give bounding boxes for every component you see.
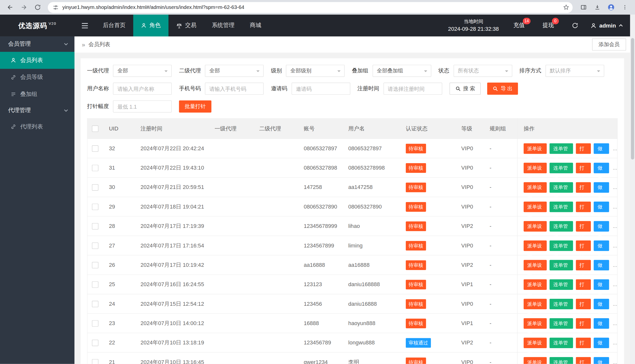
- sidebar-group-agent-mgmt[interactable]: 代理管理: [0, 103, 75, 118]
- action-make-order-button[interactable]: 做单: [594, 182, 609, 192]
- more-actions-button[interactable]: ...: [613, 242, 617, 248]
- more-actions-button[interactable]: ...: [613, 301, 617, 307]
- row-checkbox[interactable]: [92, 223, 99, 229]
- profile-button[interactable]: [605, 2, 617, 13]
- action-make-order-button[interactable]: 做单: [594, 163, 609, 173]
- downloads-button[interactable]: [591, 2, 603, 13]
- row-checkbox[interactable]: [92, 262, 99, 268]
- action-make-order-button[interactable]: 做单: [594, 318, 609, 328]
- action-inject-button[interactable]: 打针: [576, 240, 591, 251]
- more-actions-button[interactable]: ...: [613, 359, 617, 364]
- action-dispatch-settings-button[interactable]: 派单设置: [524, 221, 547, 231]
- forward-button[interactable]: [18, 2, 30, 13]
- action-chain-order-button[interactable]: 连单管理: [550, 143, 573, 154]
- row-checkbox[interactable]: [92, 242, 99, 249]
- nav-item-home[interactable]: 后台首页: [95, 15, 133, 36]
- sidebar-item-member-list[interactable]: 会员列表: [0, 52, 75, 69]
- admin-menu[interactable]: admin: [590, 22, 623, 29]
- more-actions-button[interactable]: ...: [613, 340, 617, 346]
- invite-code-input[interactable]: [291, 82, 350, 95]
- side-panel-button[interactable]: [578, 2, 589, 13]
- action-make-order-button[interactable]: 做单: [594, 298, 609, 309]
- action-dispatch-settings-button[interactable]: 派单设置: [524, 318, 547, 328]
- select-all-checkbox[interactable]: [92, 125, 99, 132]
- action-make-order-button[interactable]: 做单: [594, 260, 609, 270]
- row-checkbox[interactable]: [92, 340, 99, 346]
- action-make-order-button[interactable]: 做单: [594, 279, 609, 290]
- add-member-button[interactable]: 添加会员: [592, 38, 626, 50]
- action-inject-button[interactable]: 打针: [576, 260, 591, 270]
- action-inject-button[interactable]: 打针: [576, 298, 591, 309]
- register-time-input[interactable]: [383, 82, 442, 95]
- action-dispatch-settings-button[interactable]: 派单设置: [524, 163, 547, 173]
- action-dispatch-settings-button[interactable]: 派单设置: [524, 201, 547, 212]
- browser-menu-button[interactable]: [619, 2, 630, 13]
- export-button[interactable]: 导 出: [487, 82, 518, 95]
- nav-item-system[interactable]: 系统管理: [204, 15, 242, 36]
- sidebar-group-member-mgmt[interactable]: 会员管理: [0, 36, 75, 52]
- level-select[interactable]: 全部级别: [286, 65, 345, 77]
- action-make-order-button[interactable]: 做单: [594, 338, 609, 348]
- action-dispatch-settings-button[interactable]: 派单设置: [524, 338, 547, 348]
- search-button[interactable]: 搜 索: [449, 82, 481, 95]
- sidebar-item-member-level[interactable]: 会员等级: [0, 69, 75, 86]
- action-inject-button[interactable]: 打针: [576, 279, 591, 290]
- collapse-menu-button[interactable]: [75, 15, 95, 36]
- page-scrollbar[interactable]: [630, 15, 635, 364]
- action-inject-button[interactable]: 打针: [576, 201, 591, 212]
- url-bar[interactable]: yinyue1.hwym.shop/admin/index.html#/admi…: [48, 2, 573, 13]
- row-checkbox[interactable]: [92, 281, 99, 288]
- agent1-select[interactable]: 全部: [113, 65, 172, 77]
- row-checkbox[interactable]: [92, 184, 99, 190]
- row-checkbox[interactable]: [92, 359, 99, 364]
- more-actions-button[interactable]: ...: [613, 184, 617, 190]
- more-actions-button[interactable]: ...: [613, 282, 617, 288]
- action-make-order-button[interactable]: 做单: [594, 357, 609, 364]
- action-dispatch-settings-button[interactable]: 派单设置: [524, 143, 547, 154]
- back-button[interactable]: [5, 2, 16, 13]
- inject-range-input[interactable]: [113, 100, 172, 112]
- reload-button[interactable]: [32, 2, 44, 13]
- stack-group-select[interactable]: 全部叠加组: [372, 65, 431, 77]
- sort-select[interactable]: 默认排序: [545, 65, 604, 77]
- action-chain-order-button[interactable]: 连单管理: [550, 240, 573, 251]
- row-checkbox[interactable]: [92, 145, 99, 152]
- row-checkbox[interactable]: [92, 165, 99, 171]
- action-inject-button[interactable]: 打针: [576, 338, 591, 348]
- batch-inject-button[interactable]: 批量打针: [179, 100, 212, 112]
- status-select[interactable]: 所有状态: [453, 65, 512, 77]
- action-chain-order-button[interactable]: 连单管理: [550, 298, 573, 309]
- bookmark-star-icon[interactable]: [563, 4, 569, 10]
- more-actions-button[interactable]: ...: [613, 262, 617, 268]
- sidebar-item-stack-group[interactable]: 叠加组: [0, 86, 75, 103]
- action-make-order-button[interactable]: 做单: [594, 221, 609, 231]
- sidebar-item-agent-list[interactable]: 代理列表: [0, 118, 75, 136]
- action-chain-order-button[interactable]: 连单管理: [550, 201, 573, 212]
- nav-item-mall[interactable]: 商城: [242, 15, 269, 36]
- action-dispatch-settings-button[interactable]: 派单设置: [524, 260, 547, 270]
- action-dispatch-settings-button[interactable]: 派单设置: [524, 279, 547, 290]
- phone-input[interactable]: [205, 82, 264, 95]
- nav-item-trade[interactable]: 交易: [168, 15, 204, 36]
- row-checkbox[interactable]: [92, 203, 99, 210]
- scrollbar-thumb[interactable]: [631, 38, 634, 160]
- action-chain-order-button[interactable]: 连单管理: [550, 182, 573, 192]
- action-inject-button[interactable]: 打针: [576, 357, 591, 364]
- refresh-page-button[interactable]: [572, 22, 578, 29]
- action-inject-button[interactable]: 打针: [576, 143, 591, 154]
- action-dispatch-settings-button[interactable]: 派单设置: [524, 298, 547, 309]
- action-inject-button[interactable]: 打针: [576, 221, 591, 231]
- site-info-icon[interactable]: [53, 4, 59, 10]
- action-chain-order-button[interactable]: 连单管理: [550, 260, 573, 270]
- more-actions-button[interactable]: ...: [613, 223, 617, 229]
- action-dispatch-settings-button[interactable]: 派单设置: [524, 182, 547, 192]
- withdraw-link[interactable]: 提现 0: [542, 22, 554, 29]
- action-chain-order-button[interactable]: 连单管理: [550, 221, 573, 231]
- action-chain-order-button[interactable]: 连单管理: [550, 279, 573, 290]
- action-inject-button[interactable]: 打针: [576, 163, 591, 173]
- action-chain-order-button[interactable]: 连单管理: [550, 318, 573, 328]
- more-actions-button[interactable]: ...: [613, 165, 617, 170]
- action-chain-order-button[interactable]: 连单管理: [550, 163, 573, 173]
- action-dispatch-settings-button[interactable]: 派单设置: [524, 240, 547, 251]
- more-actions-button[interactable]: ...: [613, 320, 617, 326]
